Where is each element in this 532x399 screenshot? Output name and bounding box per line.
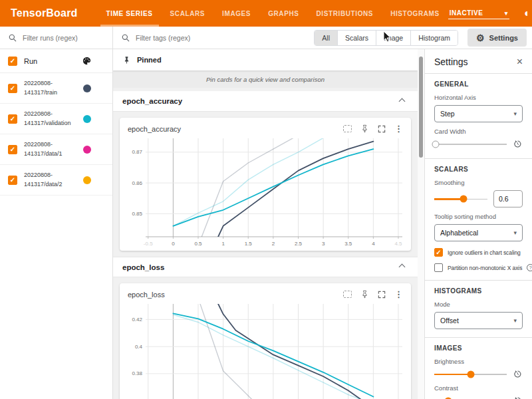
tab-scalars[interactable]: SCALARS xyxy=(162,0,214,27)
tab-label: GRAPHS xyxy=(268,10,299,17)
epoch-loss-chart[interactable]: 0.360.380.40.42 xyxy=(120,302,411,399)
svg-text:3: 3 xyxy=(322,241,325,247)
chevron-down-icon: ▾ xyxy=(513,229,517,236)
runs-column-header: ✓ Run xyxy=(0,49,112,73)
chevron-up-icon[interactable] xyxy=(399,98,406,104)
vertical-scrollbar[interactable] xyxy=(418,49,424,399)
gear-icon: ⚙ xyxy=(476,33,485,43)
close-icon[interactable]: × xyxy=(517,57,523,67)
tab-time-series[interactable]: TIME SERIES xyxy=(98,0,162,27)
run-checkbox[interactable]: ✓ xyxy=(8,176,17,185)
pinned-empty-message: Pin cards for a quick view and compariso… xyxy=(113,70,418,88)
pinned-section-header: Pinned xyxy=(113,49,418,70)
brightness-label: Brightness xyxy=(434,358,523,365)
epoch-accuracy-chart[interactable]: -0.500.511.522.533.544.50.850.860.87 xyxy=(120,136,411,251)
svg-text:1: 1 xyxy=(221,241,225,247)
tab-distributions[interactable]: DISTRIBUTIONS xyxy=(308,0,382,27)
run-row-data-2[interactable]: ✓ 20220808-141317/data/2 xyxy=(0,165,112,196)
settings-section-general: GENERAL Horizontal Axis Step ▾ Card Widt… xyxy=(425,74,532,159)
settings-section-scalars: SCALARS Smoothing Tooltip sorting method… xyxy=(425,159,532,281)
run-checkbox[interactable]: ✓ xyxy=(8,145,17,154)
fit-domain-icon[interactable] xyxy=(343,125,352,132)
svg-text:0.38: 0.38 xyxy=(132,370,142,376)
settings-button[interactable]: ⚙ Settings xyxy=(467,29,527,47)
svg-text:0.42: 0.42 xyxy=(132,317,142,323)
app-header: TensorBoard TIME SERIES SCALARS IMAGES G… xyxy=(0,0,532,27)
tab-images[interactable]: IMAGES xyxy=(213,0,259,27)
filter-image-button[interactable]: Image xyxy=(376,31,410,45)
card-header: epoch_accuracy ⋮ xyxy=(120,118,411,136)
section-title: epoch_accuracy xyxy=(122,97,400,105)
tooltip-sorting-select[interactable]: Alphabetical ▾ xyxy=(434,224,523,241)
runs-filter-input[interactable] xyxy=(23,34,104,42)
svg-text:2.5: 2.5 xyxy=(295,241,303,247)
partition-x-axis-row: ✓ Partition non-monotonic X axis ? xyxy=(434,263,523,272)
scrollbar-thumb[interactable] xyxy=(419,57,423,158)
slider-knob[interactable] xyxy=(460,196,467,203)
card-width-label: Card Width xyxy=(434,128,523,135)
ignore-outliers-checkbox[interactable]: ✓ xyxy=(434,248,443,257)
tab-histograms[interactable]: HISTOGRAMS xyxy=(382,0,448,27)
horizontal-axis-select[interactable]: Step ▾ xyxy=(434,105,523,122)
fullscreen-icon[interactable] xyxy=(378,291,386,299)
palette-icon[interactable] xyxy=(82,56,92,66)
reset-icon[interactable] xyxy=(513,369,523,379)
section-header-epoch-accuracy[interactable]: epoch_accuracy xyxy=(113,91,418,112)
more-menu-icon[interactable]: ⋮ xyxy=(394,289,403,299)
smoothing-slider[interactable] xyxy=(434,194,487,203)
brightness-slider[interactable] xyxy=(434,370,507,379)
active-tab-indicator xyxy=(100,25,159,27)
card-width-slider[interactable] xyxy=(434,140,507,149)
settings-section-images: IMAGES Brightness Contrast xyxy=(425,338,532,399)
app-title: TensorBoard xyxy=(11,7,78,19)
pin-outline-icon[interactable] xyxy=(360,290,369,299)
chevron-down-icon: ▾ xyxy=(513,317,517,324)
tab-graphs[interactable]: GRAPHS xyxy=(259,0,307,27)
images-heading: IMAGES xyxy=(434,344,523,352)
help-icon[interactable]: ? xyxy=(527,264,532,271)
run-row-validation[interactable]: ✓ 20220808-141317/validation xyxy=(0,104,112,134)
histogram-mode-select[interactable]: Offset ▾ xyxy=(434,312,523,329)
svg-text:0.85: 0.85 xyxy=(132,211,142,217)
filter-all-button[interactable]: All xyxy=(315,31,337,45)
theme-toggle-icon[interactable]: ◐ xyxy=(521,7,532,19)
tab-label: HISTOGRAMS xyxy=(390,10,440,17)
chevron-up-icon[interactable] xyxy=(399,264,406,271)
tag-type-filter-group: All Scalars Image Histogram xyxy=(314,30,458,46)
run-checkbox[interactable]: ✓ xyxy=(8,84,17,93)
run-name: 20220808-141317/validation xyxy=(24,110,83,127)
tab-label: TIME SERIES xyxy=(106,10,153,17)
chevron-down-icon: ▾ xyxy=(505,10,508,17)
settings-section-histograms: HISTOGRAMS Mode Offset ▾ xyxy=(425,281,532,338)
run-row-data-1[interactable]: ✓ 20220808-141317/data/1 xyxy=(0,134,112,165)
reset-icon[interactable] xyxy=(513,396,523,399)
partition-x-axis-checkbox[interactable]: ✓ xyxy=(434,263,443,272)
runs-sidebar: ✓ Run ✓ 20220808-141317/train ✓ 20220808… xyxy=(0,27,113,399)
run-checkbox[interactable]: ✓ xyxy=(8,114,17,124)
tags-filter-input[interactable] xyxy=(136,34,255,42)
filter-histogram-button[interactable]: Histogram xyxy=(410,31,458,45)
run-row-train[interactable]: ✓ 20220808-141317/train xyxy=(0,73,112,104)
tab-label: IMAGES xyxy=(222,10,251,17)
run-name: 20220808-141317/data/2 xyxy=(24,171,83,188)
svg-text:2: 2 xyxy=(272,241,275,247)
contrast-slider[interactable] xyxy=(434,396,507,399)
slider-knob[interactable] xyxy=(432,140,440,148)
runs-filter-row xyxy=(0,27,112,49)
epoch-loss-card: epoch_loss ⋮ 0.360.380.40.42 xyxy=(120,283,411,399)
reset-icon[interactable] xyxy=(513,139,523,149)
slider-knob[interactable] xyxy=(467,370,474,378)
pin-outline-icon[interactable] xyxy=(360,124,369,133)
tags-toolbar: All Scalars Image Histogram ⚙ Settings xyxy=(113,27,532,49)
section-header-epoch-loss[interactable]: epoch_loss xyxy=(113,257,418,277)
fullscreen-icon[interactable] xyxy=(378,125,386,133)
more-menu-icon[interactable]: ⋮ xyxy=(394,124,403,134)
run-color-dot xyxy=(83,176,91,184)
svg-text:0.4: 0.4 xyxy=(135,344,143,350)
fit-domain-icon[interactable] xyxy=(343,291,352,298)
run-color-dot xyxy=(83,84,91,92)
select-all-runs-checkbox[interactable]: ✓ xyxy=(8,57,17,66)
filter-scalars-button[interactable]: Scalars xyxy=(337,31,376,45)
smoothing-value-input[interactable] xyxy=(493,190,523,207)
reload-status-dropdown[interactable]: INACTIVE ▾ xyxy=(448,7,509,19)
